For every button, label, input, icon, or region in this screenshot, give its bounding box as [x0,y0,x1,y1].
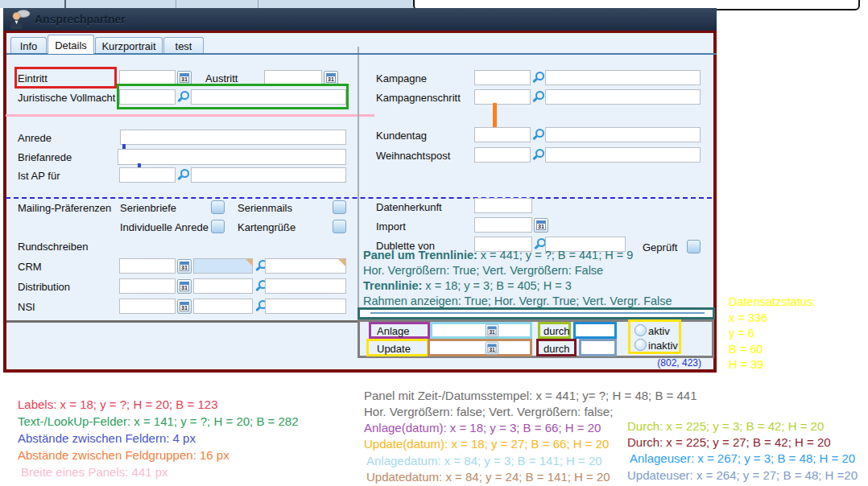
annotation-datensatzstatus: Datensatzstatus: x = 336 y = 6 B = 60 H … [729,294,816,373]
import-date-input[interactable] [474,217,532,233]
tab-info[interactable]: Info [10,37,47,54]
crm-calendar-button[interactable]: 31 [177,259,192,274]
annotation-orange-gap-line [493,103,497,127]
tab-details[interactable]: Details [48,35,94,54]
distribution-calendar-button[interactable]: 31 [177,279,192,294]
anlageuser-field[interactable] [573,322,617,339]
aktiv-radio[interactable] [634,324,647,336]
annotation-updatedatum: Updatedatum: x = 84; y = 24; B = 141; H … [366,470,610,484]
tab-test[interactable]: test [163,37,204,54]
ist-ap-fuer-text-input[interactable] [191,167,346,183]
annotation-vergroessern: Hor. Vergrößern: false; Vert. Vergrößern… [364,405,613,419]
calendar-icon: 31 [180,73,189,83]
annotation-text-lookup-felder: Text-/LookUp-Felder: x = 141; y = ?; H =… [18,414,299,429]
briefanrede-input[interactable] [118,149,346,165]
kampagnenschritt-lookup-input[interactable] [474,89,531,105]
updatedatum-field[interactable] [428,339,532,356]
crm-date-input[interactable] [119,258,176,274]
kampagne-lookup-icon[interactable] [533,72,544,83]
annotation-abstaende-feldgruppen: Abstände zwischen Feldgruppen: 16 px [18,448,229,463]
kartengruesse-label: Kartengrüße [238,221,296,233]
juristische-vollmacht-lookup-icon[interactable] [178,91,189,102]
trennlinie-separator [370,312,705,314]
individuelle-anrede-label: Individuelle Anrede [120,221,209,233]
kartengruesse-checkbox[interactable] [333,220,346,233]
mailing-praeferenzen-label: Mailing-Präferenzen [18,202,111,214]
kundentag-lookup-input[interactable] [474,127,531,142]
tabstrip-bottom-line [6,53,717,55]
annotation-labels: Labels: x = 18; y = ?; H = 20; B = 123 [18,397,218,412]
kundentag-lookup-icon[interactable] [533,129,544,140]
kampagne-lookup-input[interactable] [474,70,531,85]
individuelle-anrede-checkbox[interactable] [211,220,225,233]
crm-text-corner-marker [338,259,345,266]
distribution-lookup-input[interactable] [193,278,253,294]
nsi-text-input[interactable] [265,299,346,314]
updatedatum-calendar-button[interactable]: 31 [486,342,499,356]
annotation-teal-line3-rest: x = 18; y = 3; B = 405; H = 3 [422,279,571,292]
weihnachtspost-lookup-icon[interactable] [533,149,544,160]
juristische-vollmacht-text-input[interactable] [191,89,346,105]
crm-text-input[interactable] [265,258,346,274]
anlagedatum-calendar-button[interactable]: 31 [486,324,499,338]
update-durch-label: durch [544,343,570,355]
serienmails-checkbox[interactable] [333,200,346,214]
anrede-input[interactable] [120,130,346,145]
ist-ap-fuer-lookup-icon[interactable] [178,169,189,180]
annotation-teal-line3-bold: Trennlinie: [363,279,422,292]
annotation-teal-line1-rest: x = 441; y = ?; B = 441; H = 9 [477,249,633,262]
window-titlebar[interactable]: Ansprechpartner [3,8,717,31]
crm-lookup-corner-marker [246,259,253,266]
calendar-icon: 31 [326,73,336,83]
datenherkunft-label: Datenherkunft [376,201,442,213]
crm-label: CRM [18,261,42,273]
austritt-calendar-button[interactable]: 31 [324,71,338,85]
annotation-anlagedatum: Anlagedatum: x = 84; y = 3; B = 141; H =… [366,454,602,468]
datensatzstatus-line: x = 336 [729,311,816,327]
aktiv-label: aktiv [648,325,670,337]
kampagnenschritt-lookup-icon[interactable] [533,91,544,102]
serienmails-label: Serienmails [238,202,292,214]
serienbriefe-label: Serienbriefe [120,202,176,214]
austritt-date-input[interactable] [264,70,322,85]
anlage-label: Anlage [377,325,409,337]
kundentag-text-input[interactable] [545,127,701,142]
left-panel-bottom-line [6,320,358,323]
nsi-lookup-input[interactable] [193,299,253,314]
kampagnenschritt-label: Kampagnenschritt [376,92,461,104]
annotation-teal-line1-bold: Panel um Trennlinie: [363,249,477,262]
weihnachtspost-text-input[interactable] [545,147,701,163]
inaktiv-radio[interactable] [634,339,647,351]
anlagedatum-field[interactable] [430,322,532,339]
nsi-label: NSI [18,301,35,313]
geprueft-checkbox[interactable] [687,240,701,253]
screenshot-stage: Ansprechpartner Info Details Kurzportrai… [0,0,868,486]
top-strip-divider [258,0,258,8]
annotation-update-datum: Update(datum): x = 18; y = 27; B = 66; H… [364,437,609,451]
annotation-updateuser: Updateuser: x = 264; y = 27; B = 48; H =… [627,468,858,483]
top-strip-divider [64,0,66,8]
distribution-date-input[interactable] [119,278,176,294]
dublette-von-lookup-icon[interactable] [535,238,546,249]
kampagnenschritt-text-input[interactable] [545,89,701,105]
import-label: Import [376,220,406,233]
import-calendar-button[interactable]: 31 [534,218,548,233]
kampagne-text-input[interactable] [545,70,701,85]
nsi-date-input[interactable] [119,299,176,314]
updateuser-field[interactable] [579,339,617,356]
datensatzstatus-line: H = 39 [729,357,816,373]
eintritt-calendar-button[interactable]: 31 [177,71,192,85]
distribution-text-input[interactable] [265,278,346,294]
tab-kurzportrait[interactable]: Kurzportrait [95,37,163,54]
juristische-vollmacht-lookup-input[interactable] [119,89,176,105]
eintritt-date-input[interactable] [119,70,176,85]
crm-lookup-input[interactable] [193,258,253,274]
nsi-calendar-button[interactable]: 31 [177,299,192,314]
briefanrede-label: Briefanrede [18,151,72,163]
ist-ap-fuer-lookup-input[interactable] [119,167,176,183]
ist-ap-fuer-label: Ist AP für [18,170,60,182]
serienbriefe-checkbox[interactable] [211,200,225,214]
tab-info-label: Info [20,40,38,52]
datenherkunft-input[interactable] [474,198,532,213]
weihnachtspost-lookup-input[interactable] [474,147,531,163]
